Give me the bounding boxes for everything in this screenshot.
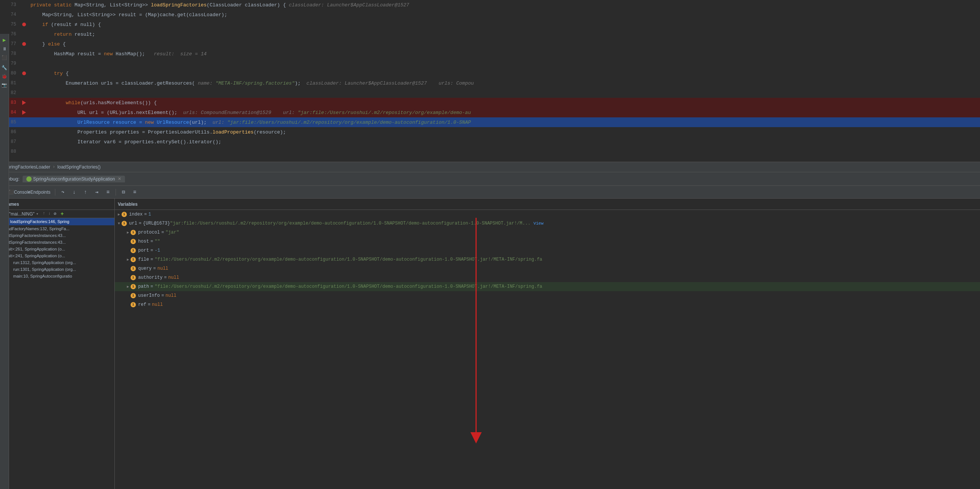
breakpoint-arrow-83 xyxy=(22,100,26,105)
code-editor: 73 private static Map<String, List<Strin… xyxy=(0,0,980,162)
var-item-ref[interactable]: ▶ i ref = null xyxy=(115,300,980,309)
var-eq-port: = xyxy=(151,248,153,253)
var-eq-file: = xyxy=(151,257,153,262)
debug-tab-name: SpringAutoconfigurationStudyApplication xyxy=(33,176,115,182)
step-into-button[interactable]: ↓ xyxy=(69,187,80,197)
var-view-url[interactable]: View xyxy=(534,221,543,226)
var-icon-host: i xyxy=(130,239,136,244)
frame-item-7[interactable]: run:1301, SpringApplication (org... xyxy=(9,266,115,273)
var-name-host: host xyxy=(138,239,149,244)
code-line-82: 82 xyxy=(0,88,980,98)
var-icon-authority: i xyxy=(130,275,136,280)
line-content-86: Properties properties = PropertiesLoader… xyxy=(27,129,980,135)
svg-marker-2 xyxy=(471,432,482,443)
frame-item-6[interactable]: run:1312, SpringApplication (org... xyxy=(9,259,115,266)
var-icon-file: i xyxy=(130,257,136,262)
var-item-host[interactable]: ▶ i host = "" xyxy=(115,237,980,246)
var-icon-index: i xyxy=(122,212,127,217)
run-to-cursor-button[interactable]: ⇥ xyxy=(91,187,102,197)
var-eq-authority: = xyxy=(164,275,167,280)
code-line-80: 80 try { xyxy=(0,68,980,78)
code-line-83: 83 while(urls.hasMoreElements()) { xyxy=(0,98,980,108)
var-arrow-url: ▼ xyxy=(118,222,120,226)
var-eq-userinfo: = xyxy=(161,293,164,298)
frame-label-4: <init>:261, SpringApplication (o... xyxy=(4,247,65,251)
thread-dropdown-icon[interactable]: ▾ xyxy=(36,211,39,216)
gutter-77 xyxy=(21,42,27,46)
thread-name: "mai...NING" xyxy=(9,211,35,217)
thread-selector[interactable]: "mai...NING" ▾ ↑ ↓ ⊘ + xyxy=(0,210,115,218)
frame-item-8[interactable]: main:10, SpringAutoconfiguratio xyxy=(9,273,115,279)
debug-tab-close[interactable]: ✕ xyxy=(118,176,121,181)
line-content-73: private static Map<String, List<String>>… xyxy=(27,2,980,8)
line-content-85: UrlResource resource = new UrlResource(u… xyxy=(27,120,980,125)
step-out-button[interactable]: ↑ xyxy=(80,187,91,197)
var-item-port[interactable]: ▶ i port = -1 xyxy=(115,246,980,255)
var-name-port: port xyxy=(138,248,149,253)
var-item-query[interactable]: ▶ i query = null xyxy=(115,264,980,273)
code-line-73: 73 private static Map<String, List<Strin… xyxy=(0,0,980,10)
frame-item-3[interactable]: getSpringFactoriesInstances:43... xyxy=(0,239,115,246)
frame-item-0[interactable]: ✓ loadSpringFactories:146, Spring xyxy=(0,218,115,225)
thread-up-btn[interactable]: ↑ xyxy=(41,211,46,217)
var-item-url[interactable]: ▼ i url = {URL@1673} "jar:file:/Users/ru… xyxy=(115,219,980,228)
var-val-file: "file:/Users/ruoshui/.m2/repository/org/… xyxy=(155,257,542,262)
var-icon-port: i xyxy=(130,248,136,253)
variables-panel: Variables ▶ i index = 1 ▼ i url = {URL@1… xyxy=(115,198,980,489)
var-val-authority: null xyxy=(168,275,179,280)
code-line-77: 77 } else { xyxy=(0,39,980,49)
line-content-84: URL url = (URL)urls.nextElement(); urls:… xyxy=(27,110,980,116)
frame-item-1[interactable]: loadFactoryNames:132, SpringFa... xyxy=(0,225,115,232)
variables-header: Variables xyxy=(115,198,980,210)
debug-bar: Debug: SpringAutoconfigurationStudyAppli… xyxy=(0,172,980,186)
code-line-86: 86 Properties properties = PropertiesLoa… xyxy=(0,127,980,137)
endpoints-tab[interactable]: ⚡ Endpoints xyxy=(25,187,52,197)
var-arrow-file: ▶ xyxy=(127,257,129,262)
frame-item-5[interactable]: <init>:241, SpringApplication (o... xyxy=(0,252,115,259)
debug-tab[interactable]: SpringAutoconfigurationStudyApplication … xyxy=(22,176,125,183)
var-val-url-str: "jar:file:/Users/ruoshui/.m2/repository/… xyxy=(170,221,531,226)
frame-label-8: main:10, SpringAutoconfiguratio xyxy=(13,274,72,278)
frame-label-2: getSpringFactoriesInstances:43... xyxy=(4,233,66,238)
var-item-authority[interactable]: ▶ i authority = null xyxy=(115,273,980,282)
console-tab[interactable]: ⬛ Console xyxy=(14,187,25,197)
breadcrumb-class[interactable]: SpringFactoriesLoader xyxy=(5,164,50,170)
frame-label-5: <init>:241, SpringApplication (o... xyxy=(4,254,65,258)
code-line-76: 76 return result; xyxy=(0,29,980,39)
evaluate-button[interactable]: ≡ xyxy=(103,187,113,197)
var-val-port: -1 xyxy=(155,248,160,253)
var-name-file: file xyxy=(138,257,149,262)
var-item-path[interactable]: ▶ i path = "file:/Users/ruoshui/.m2/repo… xyxy=(115,282,980,291)
var-name-url: url xyxy=(129,221,137,226)
var-val-query: null xyxy=(158,266,168,271)
frame-item-2[interactable]: getSpringFactoriesInstances:43... xyxy=(0,232,115,239)
breakpoint-80[interactable] xyxy=(22,71,26,75)
breakpoint-75[interactable] xyxy=(22,22,26,26)
settings-button[interactable]: ≡ xyxy=(129,187,140,197)
line-content-87: Iterator var6 = properties.entrySet().it… xyxy=(27,139,980,145)
var-item-userinfo[interactable]: ▶ i userInfo = null xyxy=(115,291,980,300)
breakpoint-77[interactable] xyxy=(22,42,26,46)
thread-down-btn[interactable]: ↓ xyxy=(47,211,52,217)
line-number-73: 73 xyxy=(0,2,21,8)
var-eq-ref: = xyxy=(148,302,151,307)
var-val-protocol: "jar" xyxy=(165,230,179,235)
add-watch-btn[interactable]: + xyxy=(60,211,64,217)
toolbar-separator-1 xyxy=(55,189,55,195)
thread-filter-btn[interactable]: ⊘ xyxy=(52,211,57,217)
line-content-78: HashMap result = new HashMap(); result: … xyxy=(27,51,980,57)
toolbar: ▶ ⬛ Console ⚡ Endpoints ↷ ↓ ↑ ⇥ ≡ ⊟ ≡ xyxy=(0,186,980,198)
var-icon-protocol: i xyxy=(130,230,136,235)
var-arrow-path: ▶ xyxy=(127,284,129,289)
step-over-button[interactable]: ↷ xyxy=(57,187,68,197)
var-item-file[interactable]: ▶ i file = "file:/Users/ruoshui/.m2/repo… xyxy=(115,255,980,264)
breadcrumb: SpringFactoriesLoader › loadSpringFactor… xyxy=(0,162,980,172)
var-icon-path: i xyxy=(130,284,136,289)
var-name-authority: authority xyxy=(138,275,162,280)
frames-button[interactable]: ⊟ xyxy=(118,187,129,197)
var-item-protocol[interactable]: ▶ i protocol = "jar" xyxy=(115,228,980,237)
code-line-85: 85 UrlResource resource = new UrlResourc… xyxy=(0,117,980,127)
frame-item-4[interactable]: <init>:261, SpringApplication (o... xyxy=(0,246,115,252)
breadcrumb-method[interactable]: loadSpringFactories() xyxy=(57,164,101,170)
var-item-index[interactable]: ▶ i index = 1 xyxy=(115,210,980,219)
